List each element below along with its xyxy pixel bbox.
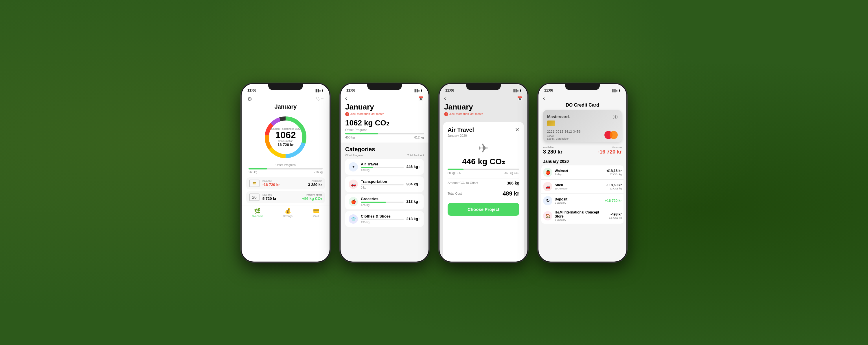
p2-offset-right: 612 kg — [414, 136, 424, 139]
tab-overview[interactable]: 🌿 Overview — [252, 208, 263, 218]
donut-value: 1062 — [275, 131, 296, 140]
available-value: 3 280 kr — [543, 149, 562, 155]
phone-2: 11:06 ▐▐ ᵴ ▮ ‹ 📅 January ! 30% more than… — [340, 83, 429, 262]
available-item: Available 3 280 kr — [543, 146, 562, 155]
cat-right-air: 446 kg › — [406, 165, 421, 169]
balance-label: Balance — [598, 146, 622, 149]
offset-section-1: Offset Progress 266 kg 796 kg — [242, 162, 330, 176]
donut-consumption: 16 720 kr — [277, 143, 294, 147]
tab-savings-label: Savings — [283, 214, 292, 218]
warning-row-2: ! 30% more than last month — [345, 112, 424, 116]
progress-bar-bg-1 — [249, 168, 322, 169]
shell-amount: -118,60 kr — [606, 183, 622, 187]
warning-row-3: ! 30% more than last month — [444, 112, 523, 116]
close-button[interactable]: ✕ — [515, 126, 519, 133]
transactions-header: January 2020 — [538, 158, 626, 165]
available-value-1: 3 280 kr — [308, 182, 322, 187]
balance-item: Balance -16 720 kr — [598, 146, 622, 155]
status-icons-4: ▐▐ ᵴ ▮ — [611, 89, 621, 92]
phones-container: 11:06 ▐▐ ᵴ ▮ ⚙ ♡≡ January — [241, 83, 627, 262]
time-4: 11:06 — [544, 88, 553, 92]
cat-kg-air: 130 kg — [361, 169, 404, 172]
cat-kg-groceries: 125 kg — [361, 203, 404, 206]
card-info-right-1: Available 3 280 kr — [308, 180, 322, 187]
cat-kg-clothes: 135 kg — [361, 221, 404, 224]
card-row-1[interactable]: 💳 Balance -16 720 kr Available 3 280 kr — [246, 177, 325, 190]
txn-shell[interactable]: 🚗 Shell 19 January -118,60 kr 22 CO₂ kg — [541, 180, 623, 194]
cc-expiry: 12/23 — [547, 135, 554, 137]
walmart-amount: -418,16 kr — [606, 169, 622, 173]
tab-card[interactable]: 💳 Card — [313, 208, 319, 218]
hm-info: H&M International Concept Store 3 Januar… — [555, 210, 607, 221]
calendar-icon-2[interactable]: 📅 — [418, 95, 424, 101]
p3-nav: ‹ 📅 — [444, 95, 523, 102]
wishlist-icon[interactable]: ♡≡ — [316, 96, 324, 102]
walmart-icon: 🍎 — [543, 168, 552, 177]
cat-col-left: Offset Progress — [345, 154, 363, 157]
clothes-icon: 👕 — [349, 214, 358, 224]
calendar-icon-3[interactable]: 📅 — [517, 95, 523, 101]
chevron-transport: › — [419, 182, 421, 186]
tab-card-label: Card — [313, 214, 319, 218]
warning-dot-2: ! — [345, 112, 349, 116]
card-row-2[interactable]: 20 Savings 5 720 kr Positive effect +56 … — [246, 191, 325, 203]
progress-left-1: 266 kg — [249, 171, 257, 174]
cat-progress-bg-transport — [361, 184, 404, 185]
warning-text-2: 30% more than last month — [350, 112, 384, 116]
back-button-2[interactable]: ‹ — [345, 95, 347, 102]
available-label: Available — [543, 146, 562, 149]
walmart-co2: 37 CO₂ kg — [606, 173, 622, 176]
deposit-name: Deposit — [555, 197, 603, 201]
time-3: 11:06 — [445, 88, 454, 92]
transaction-list: 🍎 Walmart Today -418,16 kr 37 CO₂ kg 🚗 — [538, 165, 626, 262]
shell-info: Shell 19 January — [555, 183, 603, 190]
category-clothes[interactable]: 👕 Clothes & Shoes 135 kg 213 kg › — [345, 211, 424, 227]
category-air-travel[interactable]: ✈ Air Travel 130 kg 446 kg › — [345, 159, 424, 175]
offset-progress-label-2: Offset Progress — [345, 128, 424, 132]
savings-card-icon: 20 — [249, 194, 259, 201]
time-2: 11:06 — [346, 88, 355, 92]
status-icons-3: ▐▐ ᵴ ▮ — [513, 89, 522, 92]
balance-value: -16 720 kr — [598, 149, 622, 155]
card-info-right-2: Positive effect +56 kg CO₂ — [302, 194, 322, 201]
cat-info-transport: Transportation 0 kg — [361, 179, 404, 189]
tab-savings[interactable]: 💰 Savings — [283, 208, 292, 218]
shell-co2: 22 CO₂ kg — [606, 187, 622, 190]
txn-hm[interactable]: 🏠 H&M International Concept Store 3 Janu… — [541, 208, 623, 224]
cat-progress-fill-air — [361, 167, 373, 168]
category-groceries[interactable]: 🍎 Groceries 125 kg 213 kg › — [345, 194, 424, 209]
screen-3: ‹ 📅 January ! 30% more than last month A… — [439, 93, 527, 262]
tab-bar-1: 🌿 Overview 💰 Savings 💳 Card — [242, 205, 330, 221]
offset-label-1: Offset Progress — [249, 163, 322, 167]
cat-info-clothes: Clothes & Shoes 135 kg — [361, 214, 404, 224]
cards-section: 💳 Balance -16 720 kr Available 3 280 kr — [242, 176, 330, 205]
back-button-3[interactable]: ‹ — [444, 95, 446, 102]
choose-project-button[interactable]: Choose Project — [447, 203, 519, 216]
p3-progress-bar — [447, 169, 519, 170]
cat-name-transport: Transportation — [361, 179, 404, 184]
p3-title: January — [444, 103, 523, 112]
cc-holder: Lee M. Cardholder — [547, 137, 569, 140]
p2-nav: ‹ 📅 — [345, 95, 424, 102]
overview-icon: 🌿 — [254, 208, 260, 214]
p4-header: ‹ DO Credit Card — [538, 93, 626, 110]
airplane-icon: ✈ — [447, 141, 519, 155]
settings-icon[interactable]: ⚙ — [247, 96, 252, 102]
cc-chip — [547, 120, 555, 126]
category-transport[interactable]: 🚗 Transportation 0 kg 304 kg › — [345, 176, 424, 192]
cat-total-clothes: 213 kg — [406, 217, 418, 221]
screen-2: ‹ 📅 January ! 30% more than last month 1… — [341, 93, 429, 262]
shell-right: -118,60 kr 22 CO₂ kg — [606, 183, 622, 190]
effect-label: Positive effect — [306, 194, 322, 196]
screen-4: ‹ DO Credit Card Mastercard. ))) 2221 00… — [538, 93, 626, 262]
card-info-2: Savings 5 720 kr — [262, 194, 299, 201]
txn-walmart[interactable]: 🍎 Walmart Today -418,16 kr 37 CO₂ kg — [541, 165, 623, 180]
total-cost-row: Total Cost 489 kr — [447, 188, 519, 199]
co2-offset-label: Amount CO₂ to Offset — [447, 181, 478, 185]
txn-deposit[interactable]: ↻ Deposit 9 January +16 720 kr — [541, 194, 623, 208]
p1-header: ⚙ ♡≡ — [242, 93, 330, 104]
back-button-4[interactable]: ‹ — [543, 95, 545, 102]
notch-2 — [367, 84, 402, 90]
p3-progress-fill — [447, 169, 464, 170]
p2-offset-left: 450 kg — [345, 136, 355, 139]
